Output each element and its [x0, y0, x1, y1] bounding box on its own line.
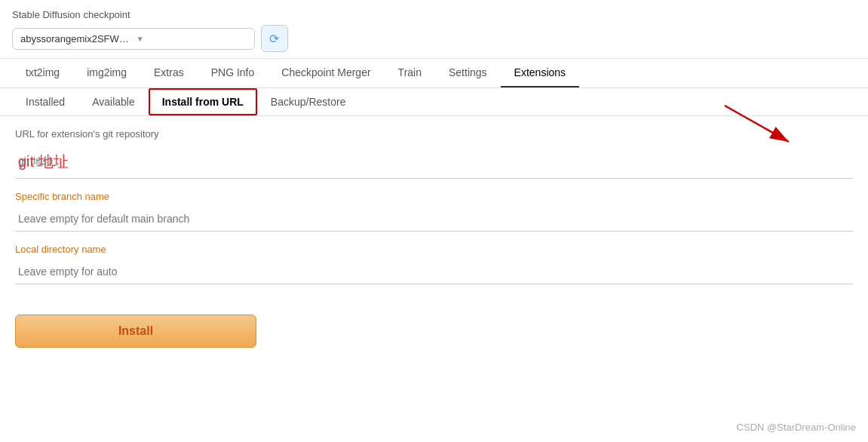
tab-extensions[interactable]: Extensions	[501, 59, 579, 87]
subtab-available[interactable]: Available	[78, 88, 149, 115]
tab-train[interactable]: Train	[385, 59, 435, 87]
dropdown-arrow-icon: ▼	[136, 35, 247, 43]
subtab-backup-restore[interactable]: Backup/Restore	[257, 88, 360, 115]
directory-input[interactable]	[15, 259, 853, 284]
branch-field-section: Specific branch name	[15, 191, 853, 232]
subtab-install-from-url[interactable]: Install from URL	[149, 88, 257, 115]
tab-txt2img[interactable]: txt2img	[12, 59, 73, 87]
install-button[interactable]: Install	[15, 315, 256, 348]
branch-field-label: Specific branch name	[15, 191, 853, 202]
checkpoint-row: abyssorangemix2SFW_abyssorangemix2Sfw.sa…	[12, 25, 856, 52]
url-input[interactable]	[15, 144, 853, 178]
directory-field-section: Local directory name	[15, 244, 853, 284]
content-area: URL for extension's git repository git 地…	[0, 116, 868, 360]
directory-field-label: Local directory name	[15, 244, 853, 255]
svg-line-1	[725, 106, 789, 142]
refresh-icon: ⟳	[269, 32, 279, 46]
watermark: CSDN @StarDream-Online	[737, 422, 856, 433]
url-input-wrapper: git 地址	[15, 144, 853, 179]
checkpoint-dropdown[interactable]: abyssorangemix2SFW_abyssorangemix2Sfw.sa…	[12, 28, 255, 50]
url-field-section: URL for extension's git repository git 地…	[15, 128, 853, 179]
refresh-button[interactable]: ⟳	[261, 25, 288, 52]
branch-input[interactable]	[15, 207, 853, 232]
tab-extras[interactable]: Extras	[140, 59, 198, 87]
checkpoint-label: Stable Diffusion checkpoint	[12, 9, 856, 20]
subtab-installed[interactable]: Installed	[12, 88, 78, 115]
tab-settings[interactable]: Settings	[435, 59, 501, 87]
checkpoint-section: Stable Diffusion checkpoint abyssorangem…	[0, 0, 868, 59]
tab-img2img[interactable]: img2img	[73, 59, 140, 87]
tab-png-info[interactable]: PNG Info	[198, 59, 268, 87]
main-nav: txt2img img2img Extras PNG Info Checkpoi…	[0, 59, 868, 88]
annotation-arrow	[717, 98, 808, 151]
tab-checkpoint-merger[interactable]: Checkpoint Merger	[268, 59, 384, 87]
checkpoint-value: abyssorangemix2SFW_abyssorangemix2Sfw.sa…	[20, 33, 130, 45]
